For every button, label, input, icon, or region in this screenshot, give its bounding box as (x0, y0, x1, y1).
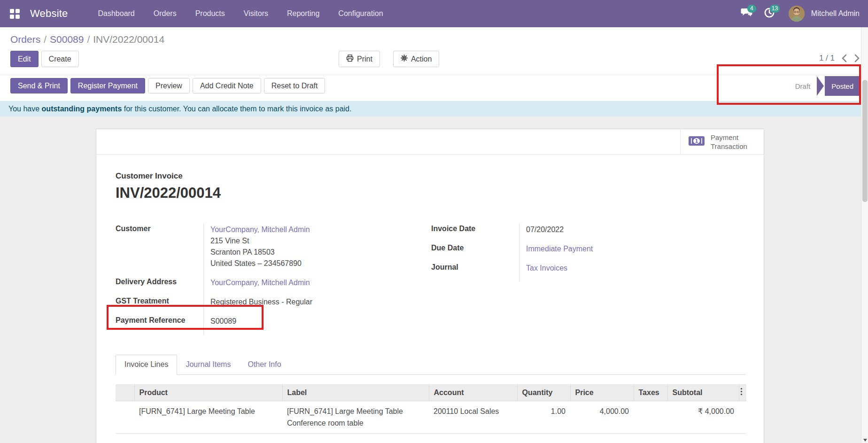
journal-label: Journal (431, 263, 519, 282)
invoice-lines-table: Product Label Account Quantity Price Tax… (116, 384, 746, 434)
preview-button[interactable]: Preview (148, 78, 190, 93)
app-brand[interactable]: Website (30, 8, 68, 20)
row-taxes-cell (634, 401, 667, 434)
payment-reference-label: Payment Reference (116, 316, 203, 335)
scrollbar-down-arrow-icon[interactable] (863, 439, 867, 442)
statusbar: Draft Posted (795, 76, 860, 96)
status-posted: Posted (825, 76, 860, 96)
nav-item-configuration[interactable]: Configuration (329, 0, 392, 27)
nav-item-visitors[interactable]: Visitors (234, 0, 278, 27)
payment-reference-value: S00089 (210, 317, 236, 325)
messages-button[interactable]: 4 (737, 0, 757, 27)
customer-address-line1: 215 Vine St (210, 237, 249, 245)
edit-button[interactable]: Edit (10, 51, 39, 67)
row-label-line2: Conference room table (287, 419, 364, 427)
scrollbar-thumb[interactable] (862, 80, 868, 202)
action-button-label: Action (411, 55, 432, 63)
breadcrumb: Orders/S00089/INV/2022/00014 (0, 27, 868, 47)
column-quantity[interactable]: Quantity (517, 384, 570, 401)
row-account-cell: 200110 Local Sales (429, 401, 517, 434)
row-handle-cell (116, 401, 134, 434)
field-payment-reference: Payment Reference S00089 (116, 316, 431, 335)
invoice-sheet: 1 Payment Transaction Customer Invoice I… (96, 129, 764, 443)
row-label-line1: [FURN_6741] Large Meeting Table (287, 407, 403, 415)
pager-previous-icon[interactable] (841, 54, 847, 62)
form-view-area: 1 Payment Transaction Customer Invoice I… (0, 117, 861, 443)
register-payment-button[interactable]: Register Payment (70, 78, 145, 93)
print-button[interactable]: Print (339, 51, 380, 67)
messages-count-badge: 4 (747, 5, 756, 13)
invoice-date-value: 07/20/2022 (526, 225, 564, 233)
banner-text-bold: outstanding payments (42, 105, 122, 113)
breadcrumb-separator: / (40, 34, 50, 45)
column-price[interactable]: Price (570, 384, 634, 401)
field-gst-treatment: GST Treatment Registered Business - Regu… (116, 296, 431, 316)
create-button[interactable]: Create (41, 51, 79, 67)
gear-icon (401, 54, 408, 63)
customer-address-line2: Scranton PA 18503 (210, 248, 275, 256)
invoice-date-label: Invoice Date (431, 224, 519, 243)
journal-link[interactable]: Tax Invoices (526, 264, 567, 272)
stat-button-label-line2: Transaction (711, 142, 747, 150)
row-price-cell: 4,000.00 (570, 401, 634, 434)
customer-label: Customer (116, 224, 203, 277)
add-credit-note-button[interactable]: Add Credit Note (193, 78, 261, 93)
pager-next-icon[interactable] (854, 54, 860, 62)
column-account[interactable]: Account (429, 384, 517, 401)
status-arrow-icon (817, 76, 824, 96)
send-print-button[interactable]: Send & Print (10, 78, 68, 93)
field-customer: Customer YourCompany, Mitchell Admin 215… (116, 224, 431, 277)
payment-transaction-stat-button[interactable]: 1 Payment Transaction (680, 129, 764, 154)
top-navbar: Website Dashboard Orders Products Visito… (0, 0, 868, 27)
user-avatar[interactable] (789, 6, 805, 22)
print-button-label: Print (357, 55, 372, 63)
customer-link[interactable]: YourCompany, Mitchell Admin (210, 225, 310, 233)
outstanding-payments-banner: You have outstanding payments for this c… (0, 101, 868, 117)
notebook-tabs: Invoice Lines Journal Items Other Info (116, 354, 745, 375)
nav-item-dashboard[interactable]: Dashboard (88, 0, 144, 27)
column-taxes[interactable]: Taxes (634, 384, 667, 401)
customer-address-line3: United States – 234567890 (210, 259, 302, 267)
control-panel: Orders/S00089/INV/2022/00014 Edit Create… (0, 27, 868, 117)
gst-treatment-label: GST Treatment (116, 296, 203, 316)
row-product-cell: [FURN_6741] Large Meeting Table (134, 401, 282, 434)
nav-item-orders[interactable]: Orders (144, 0, 186, 27)
banner-text-prefix: You have (8, 105, 42, 113)
activities-count-badge: 13 (770, 5, 780, 13)
row-subtotal-cell: ₹ 4,000.00 (667, 401, 739, 434)
stat-button-label-line1: Payment (711, 133, 738, 141)
delivery-address-link[interactable]: YourCompany, Mitchell Admin (210, 279, 310, 287)
row-quantity-cell: 1.00 (517, 401, 570, 434)
breadcrumb-s00089[interactable]: S00089 (50, 34, 84, 45)
due-date-link[interactable]: Immediate Payment (526, 245, 593, 253)
reset-to-draft-button[interactable]: Reset to Draft (264, 78, 326, 93)
column-product[interactable]: Product (134, 384, 282, 401)
pager-value: 1 / 1 (819, 54, 835, 63)
column-subtotal[interactable]: Subtotal (667, 384, 739, 401)
field-delivery-address: Delivery Address YourCompany, Mitchell A… (116, 277, 431, 296)
tab-journal-items[interactable]: Journal Items (177, 355, 239, 374)
invoice-line-row[interactable]: [FURN_6741] Large Meeting Table [FURN_67… (116, 401, 746, 434)
activities-button[interactable]: 13 (760, 0, 779, 27)
apps-menu-icon[interactable] (7, 6, 23, 22)
field-journal: Journal Tax Invoices (431, 263, 745, 282)
delivery-address-label: Delivery Address (116, 277, 203, 296)
svg-text:1: 1 (695, 139, 698, 144)
column-label[interactable]: Label (282, 384, 429, 401)
breadcrumb-orders[interactable]: Orders (10, 34, 40, 45)
breadcrumb-current: INV/2022/00014 (93, 34, 164, 45)
status-draft[interactable]: Draft (795, 82, 811, 90)
nav-item-products[interactable]: Products (186, 0, 234, 27)
banner-text-suffix: for this customer. You can allocate them… (122, 105, 351, 113)
nav-item-reporting[interactable]: Reporting (278, 0, 329, 27)
field-invoice-date: Invoice Date 07/20/2022 (431, 224, 745, 243)
tab-other-info[interactable]: Other Info (239, 355, 289, 374)
user-menu[interactable]: Mitchell Admin (811, 9, 860, 18)
banknote-icon: 1 (688, 135, 705, 148)
due-date-label: Due Date (431, 243, 519, 263)
action-buttons-row: Send & Print Register Payment Preview Ad… (0, 75, 868, 96)
vertical-scrollbar[interactable] (861, 27, 868, 443)
action-button[interactable]: Action (393, 51, 439, 67)
tab-invoice-lines[interactable]: Invoice Lines (116, 355, 177, 375)
optional-columns-icon[interactable] (739, 384, 746, 401)
